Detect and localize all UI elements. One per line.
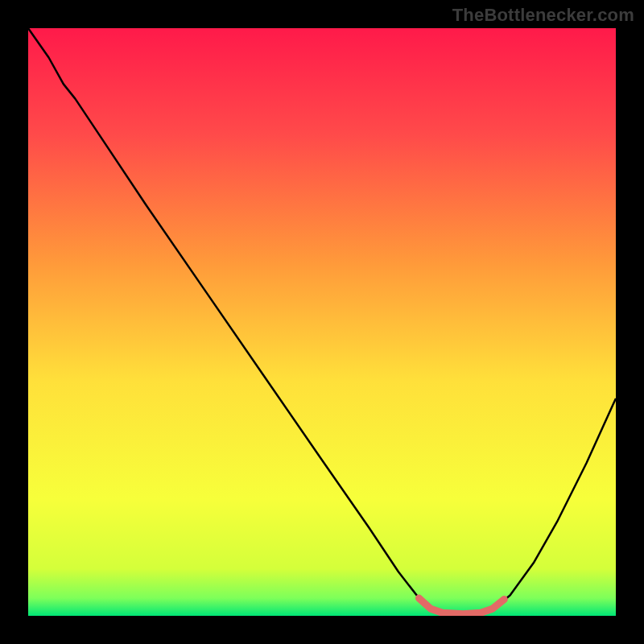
gradient-background xyxy=(28,28,616,616)
chart-container: TheBottlenecker.com xyxy=(0,0,644,644)
watermark-text: TheBottlenecker.com xyxy=(452,5,634,26)
chart-svg xyxy=(28,28,616,616)
plot-area xyxy=(28,28,616,616)
